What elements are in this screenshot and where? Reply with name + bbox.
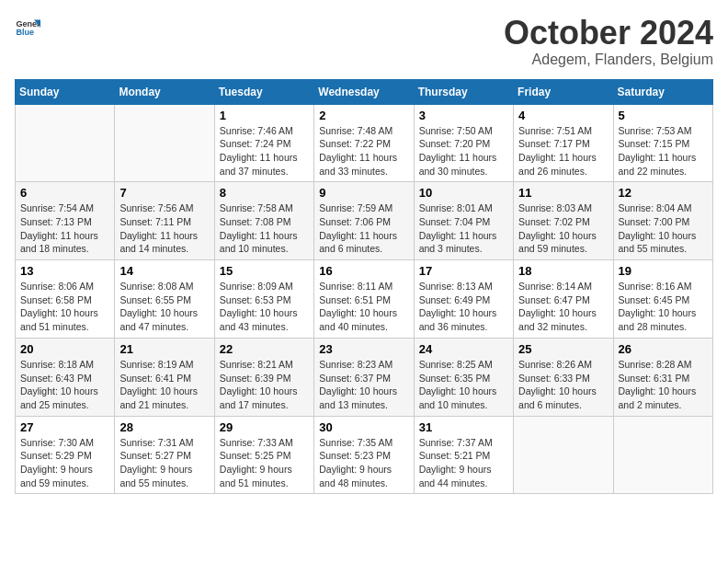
calendar-cell: 12Sunrise: 8:04 AM Sunset: 7:00 PM Dayli… <box>613 182 712 260</box>
calendar-cell: 20Sunrise: 8:18 AM Sunset: 6:43 PM Dayli… <box>16 338 115 416</box>
calendar-table: SundayMondayTuesdayWednesdayThursdayFrid… <box>15 79 713 495</box>
day-number: 21 <box>119 342 209 356</box>
calendar-cell: 16Sunrise: 8:11 AM Sunset: 6:51 PM Dayli… <box>314 260 414 339</box>
logo: General Blue <box>15 15 40 40</box>
week-row-2: 6Sunrise: 7:54 AM Sunset: 7:13 PM Daylig… <box>16 182 713 260</box>
day-header-saturday: Saturday <box>613 79 712 104</box>
day-info: Sunrise: 7:33 AM Sunset: 5:25 PM Dayligh… <box>220 436 309 490</box>
day-number: 24 <box>419 342 508 356</box>
calendar-cell: 11Sunrise: 8:03 AM Sunset: 7:02 PM Dayli… <box>514 182 613 260</box>
day-info: Sunrise: 7:54 AM Sunset: 7:13 PM Dayligh… <box>20 201 109 256</box>
calendar-cell: 3Sunrise: 7:50 AM Sunset: 7:20 PM Daylig… <box>414 104 513 182</box>
day-info: Sunrise: 8:23 AM Sunset: 6:37 PM Dayligh… <box>319 358 408 412</box>
day-number: 30 <box>319 420 408 434</box>
calendar-cell <box>16 104 115 182</box>
logo-icon: General Blue <box>15 15 40 40</box>
day-info: Sunrise: 8:06 AM Sunset: 6:58 PM Dayligh… <box>20 280 109 334</box>
day-info: Sunrise: 8:28 AM Sunset: 6:31 PM Dayligh… <box>619 358 708 412</box>
calendar-cell: 5Sunrise: 7:53 AM Sunset: 7:15 PM Daylig… <box>613 104 712 182</box>
day-info: Sunrise: 8:03 AM Sunset: 7:02 PM Dayligh… <box>518 201 608 256</box>
calendar-cell: 4Sunrise: 7:51 AM Sunset: 7:17 PM Daylig… <box>514 104 613 182</box>
day-number: 7 <box>119 186 209 200</box>
day-info: Sunrise: 8:18 AM Sunset: 6:43 PM Dayligh… <box>20 358 109 412</box>
day-info: Sunrise: 8:01 AM Sunset: 7:04 PM Dayligh… <box>419 201 508 256</box>
day-number: 27 <box>20 420 109 434</box>
day-info: Sunrise: 7:59 AM Sunset: 7:06 PM Dayligh… <box>319 201 408 256</box>
day-number: 9 <box>319 186 408 200</box>
calendar-cell: 17Sunrise: 8:13 AM Sunset: 6:49 PM Dayli… <box>414 260 513 339</box>
day-number: 11 <box>518 186 608 200</box>
day-info: Sunrise: 7:30 AM Sunset: 5:29 PM Dayligh… <box>20 436 109 490</box>
day-info: Sunrise: 8:26 AM Sunset: 6:33 PM Dayligh… <box>518 358 608 412</box>
day-info: Sunrise: 8:14 AM Sunset: 6:47 PM Dayligh… <box>518 280 608 334</box>
day-number: 20 <box>20 342 109 356</box>
day-number: 17 <box>419 264 508 278</box>
day-info: Sunrise: 7:51 AM Sunset: 7:17 PM Dayligh… <box>518 124 608 178</box>
day-number: 1 <box>220 109 309 122</box>
calendar-cell <box>613 416 712 494</box>
day-info: Sunrise: 7:56 AM Sunset: 7:11 PM Dayligh… <box>119 201 209 256</box>
day-header-tuesday: Tuesday <box>214 79 313 104</box>
day-info: Sunrise: 8:08 AM Sunset: 6:55 PM Dayligh… <box>119 280 209 334</box>
calendar-cell <box>115 104 214 182</box>
calendar-cell: 27Sunrise: 7:30 AM Sunset: 5:29 PM Dayli… <box>16 416 115 494</box>
calendar-cell: 13Sunrise: 8:06 AM Sunset: 6:58 PM Dayli… <box>16 260 115 339</box>
calendar-cell: 8Sunrise: 7:58 AM Sunset: 7:08 PM Daylig… <box>214 182 313 260</box>
calendar-cell: 9Sunrise: 7:59 AM Sunset: 7:06 PM Daylig… <box>314 182 414 260</box>
day-number: 28 <box>119 420 209 434</box>
calendar-cell: 2Sunrise: 7:48 AM Sunset: 7:22 PM Daylig… <box>314 104 414 182</box>
day-number: 31 <box>419 420 508 434</box>
day-info: Sunrise: 7:48 AM Sunset: 7:22 PM Dayligh… <box>319 124 408 178</box>
day-info: Sunrise: 8:11 AM Sunset: 6:51 PM Dayligh… <box>319 280 408 334</box>
day-info: Sunrise: 7:37 AM Sunset: 5:21 PM Dayligh… <box>419 436 508 490</box>
day-number: 6 <box>20 186 109 200</box>
week-row-4: 20Sunrise: 8:18 AM Sunset: 6:43 PM Dayli… <box>16 338 713 416</box>
calendar-cell: 7Sunrise: 7:56 AM Sunset: 7:11 PM Daylig… <box>115 182 214 260</box>
calendar-cell: 23Sunrise: 8:23 AM Sunset: 6:37 PM Dayli… <box>314 338 414 416</box>
calendar-cell: 25Sunrise: 8:26 AM Sunset: 6:33 PM Dayli… <box>514 338 613 416</box>
day-number: 2 <box>319 109 408 122</box>
calendar-cell: 24Sunrise: 8:25 AM Sunset: 6:35 PM Dayli… <box>414 338 513 416</box>
day-number: 23 <box>319 342 408 356</box>
calendar-cell: 31Sunrise: 7:37 AM Sunset: 5:21 PM Dayli… <box>414 416 513 494</box>
month-title: October 2024 <box>504 15 713 52</box>
calendar-cell: 14Sunrise: 8:08 AM Sunset: 6:55 PM Dayli… <box>115 260 214 339</box>
calendar-cell: 28Sunrise: 7:31 AM Sunset: 5:27 PM Dayli… <box>115 416 214 494</box>
day-info: Sunrise: 7:35 AM Sunset: 5:23 PM Dayligh… <box>319 436 408 490</box>
week-row-5: 27Sunrise: 7:30 AM Sunset: 5:29 PM Dayli… <box>16 416 713 494</box>
day-info: Sunrise: 7:46 AM Sunset: 7:24 PM Dayligh… <box>220 124 309 178</box>
calendar-cell: 15Sunrise: 8:09 AM Sunset: 6:53 PM Dayli… <box>214 260 313 339</box>
svg-text:Blue: Blue <box>16 28 34 37</box>
calendar-cell: 21Sunrise: 8:19 AM Sunset: 6:41 PM Dayli… <box>115 338 214 416</box>
day-info: Sunrise: 7:58 AM Sunset: 7:08 PM Dayligh… <box>220 201 309 256</box>
calendar-cell: 29Sunrise: 7:33 AM Sunset: 5:25 PM Dayli… <box>214 416 313 494</box>
day-number: 18 <box>518 264 608 278</box>
day-number: 8 <box>220 186 309 200</box>
day-info: Sunrise: 7:53 AM Sunset: 7:15 PM Dayligh… <box>619 124 708 178</box>
day-info: Sunrise: 8:16 AM Sunset: 6:45 PM Dayligh… <box>619 280 708 334</box>
week-row-3: 13Sunrise: 8:06 AM Sunset: 6:58 PM Dayli… <box>16 260 713 339</box>
calendar-cell: 19Sunrise: 8:16 AM Sunset: 6:45 PM Dayli… <box>613 260 712 339</box>
day-number: 10 <box>419 186 508 200</box>
calendar-cell: 30Sunrise: 7:35 AM Sunset: 5:23 PM Dayli… <box>314 416 414 494</box>
day-header-wednesday: Wednesday <box>314 79 414 104</box>
day-header-sunday: Sunday <box>16 79 115 104</box>
day-number: 4 <box>518 109 608 122</box>
day-header-friday: Friday <box>514 79 613 104</box>
calendar-cell: 6Sunrise: 7:54 AM Sunset: 7:13 PM Daylig… <box>16 182 115 260</box>
day-number: 19 <box>619 264 708 278</box>
day-number: 5 <box>619 109 708 122</box>
calendar-cell: 10Sunrise: 8:01 AM Sunset: 7:04 PM Dayli… <box>414 182 513 260</box>
day-number: 3 <box>419 109 508 122</box>
day-number: 26 <box>619 342 708 356</box>
calendar-cell: 22Sunrise: 8:21 AM Sunset: 6:39 PM Dayli… <box>214 338 313 416</box>
day-number: 15 <box>220 264 309 278</box>
calendar-cell <box>514 416 613 494</box>
day-number: 14 <box>119 264 209 278</box>
day-info: Sunrise: 8:21 AM Sunset: 6:39 PM Dayligh… <box>220 358 309 412</box>
day-info: Sunrise: 8:13 AM Sunset: 6:49 PM Dayligh… <box>419 280 508 334</box>
calendar-cell: 18Sunrise: 8:14 AM Sunset: 6:47 PM Dayli… <box>514 260 613 339</box>
day-info: Sunrise: 7:50 AM Sunset: 7:20 PM Dayligh… <box>419 124 508 178</box>
day-info: Sunrise: 8:19 AM Sunset: 6:41 PM Dayligh… <box>119 358 209 412</box>
day-number: 12 <box>619 186 708 200</box>
